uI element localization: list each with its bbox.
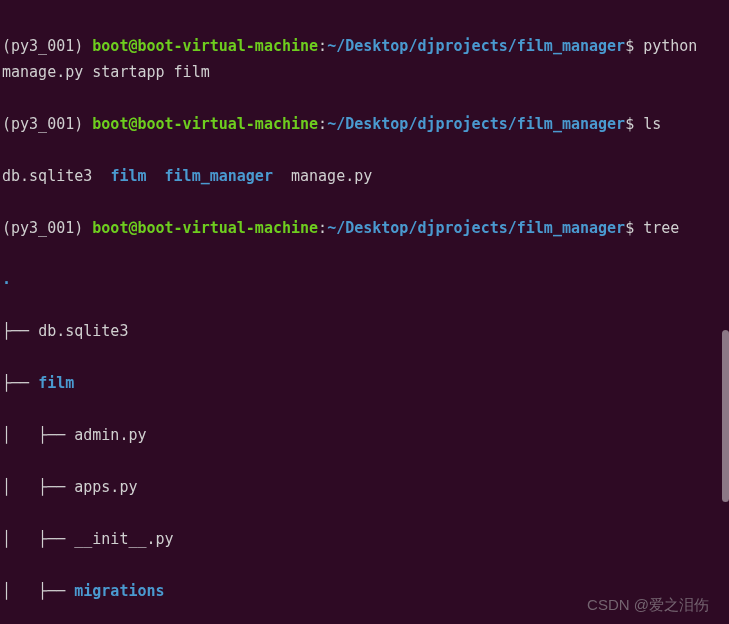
command-3: tree bbox=[643, 219, 679, 237]
terminal-output[interactable]: (py3_001) boot@boot-virtual-machine:~/De… bbox=[2, 8, 727, 624]
watermark: CSDN @爱之泪伤 bbox=[587, 592, 709, 618]
prompt-symbol: $ bbox=[625, 37, 634, 55]
prompt-symbol: $ bbox=[625, 115, 634, 133]
prompt-line-3: (py3_001) boot@boot-virtual-machine:~/De… bbox=[2, 216, 727, 242]
user-host: boot@boot-virtual-machine bbox=[92, 37, 318, 55]
prompt-line-1: (py3_001) boot@boot-virtual-machine:~/De… bbox=[2, 34, 727, 86]
scrollbar-thumb[interactable] bbox=[722, 330, 729, 502]
cwd-path: ~/Desktop/djprojects/film_manager bbox=[327, 115, 625, 133]
ls-file: manage.py bbox=[291, 167, 372, 185]
scrollbar-track[interactable] bbox=[721, 0, 729, 624]
tree-file: admin.py bbox=[74, 426, 146, 444]
env-label: (py3_001) bbox=[2, 219, 83, 237]
tree-file: __init__.py bbox=[74, 530, 173, 548]
env-label: (py3_001) bbox=[2, 115, 83, 133]
tree-dir: film bbox=[38, 374, 74, 392]
tree-root: . bbox=[2, 270, 11, 288]
user-host: boot@boot-virtual-machine bbox=[92, 115, 318, 133]
cwd-path: ~/Desktop/djprojects/film_manager bbox=[327, 37, 625, 55]
ls-dir: film bbox=[110, 167, 146, 185]
user-host: boot@boot-virtual-machine bbox=[92, 219, 318, 237]
tree-file: db.sqlite3 bbox=[38, 322, 128, 340]
tree-dir: migrations bbox=[74, 582, 164, 600]
ls-file: db.sqlite3 bbox=[2, 167, 92, 185]
tree-file: apps.py bbox=[74, 478, 137, 496]
prompt-symbol: $ bbox=[625, 219, 634, 237]
cwd-path: ~/Desktop/djprojects/film_manager bbox=[327, 219, 625, 237]
env-label: (py3_001) bbox=[2, 37, 83, 55]
prompt-line-2: (py3_001) boot@boot-virtual-machine:~/De… bbox=[2, 112, 727, 138]
ls-output: db.sqlite3 film film_manager manage.py bbox=[2, 164, 727, 190]
ls-dir: film_manager bbox=[165, 167, 273, 185]
command-2: ls bbox=[643, 115, 661, 133]
